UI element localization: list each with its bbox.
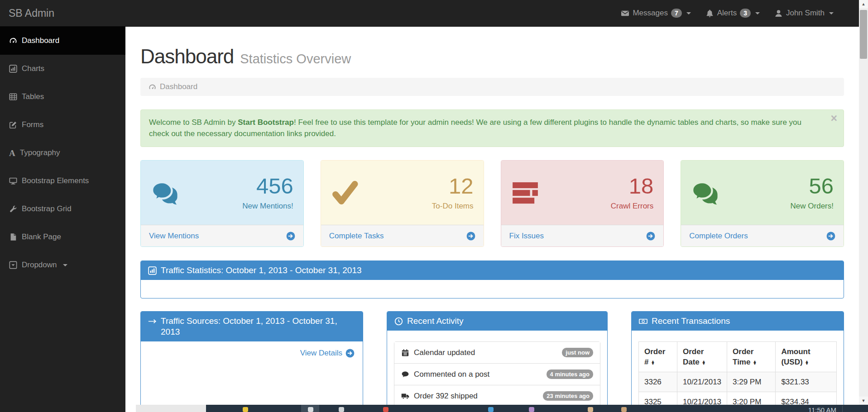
sidebar-item-dashboard[interactable]: Dashboard (0, 27, 125, 55)
sidebar-item-dropdown[interactable]: Dropdown (0, 251, 125, 279)
column-header-amount[interactable]: Amount (USD) (776, 342, 837, 372)
edit-icon (9, 121, 17, 129)
tachometer-icon (149, 83, 156, 91)
tasks-icon (511, 179, 539, 207)
sidebar-nav: Dashboard Charts Tables Forms A Typograp… (0, 27, 125, 412)
taskbar-icon[interactable] (339, 407, 344, 412)
cell-order-time: 3:20 PM (727, 392, 776, 405)
wrench-icon (9, 205, 17, 213)
sidebar-item-label: Dropdown (22, 260, 57, 270)
cell-order-number: 3325 (639, 392, 677, 405)
scrollbar-thumb[interactable] (860, 10, 867, 59)
alerts-dropdown[interactable]: Alerts 3 (698, 0, 767, 26)
taskbar-icon[interactable] (621, 407, 627, 412)
sidebar-item-label: Bootstrap Elements (22, 176, 89, 185)
activity-item[interactable]: Commented on a post 4 minutes ago (394, 363, 600, 385)
taskbar-window-button[interactable] (136, 405, 206, 412)
recent-transactions-header: Recent Transactions (632, 312, 844, 331)
activity-item[interactable]: Calendar updated just now (394, 342, 600, 363)
sort-icon (805, 360, 809, 365)
column-header-order-number[interactable]: Order # (639, 342, 677, 372)
cell-amount: $321.33 (776, 372, 837, 392)
user-icon (774, 9, 783, 18)
activity-text: Commented on a post (414, 370, 489, 379)
vertical-scrollbar[interactable]: ▲ ▼ (859, 0, 868, 405)
arrow-circle-right-icon (286, 232, 295, 241)
sort-icon (651, 360, 655, 365)
sidebar-item-forms[interactable]: Forms (0, 111, 125, 139)
view-mentions-link[interactable]: View Mentions (141, 225, 303, 246)
clock-icon (394, 317, 403, 326)
envelope-icon (621, 9, 629, 18)
close-icon[interactable]: × (830, 113, 837, 124)
caret-square-icon (9, 261, 17, 269)
bar-chart-icon (9, 65, 17, 73)
alerts-count-badge: 3 (740, 9, 751, 18)
sidebar-item-tables[interactable]: Tables (0, 83, 125, 111)
sidebar-item-blank-page[interactable]: Blank Page (0, 223, 125, 251)
tachometer-icon (9, 37, 17, 45)
table-icon (9, 93, 17, 101)
caret-down-icon (686, 12, 691, 14)
navbar-right: Messages 7 Alerts 3 John Smith (614, 0, 841, 26)
activity-list: Calendar updated just now Commented on a… (394, 341, 600, 405)
stat-figures: 56 New Orders! (791, 175, 834, 211)
stat-panel-heading: 456 New Mentions! (141, 161, 303, 225)
sidebar-item-label: Bootstrap Grid (22, 204, 72, 213)
recent-activity-header: Recent Activity (387, 312, 607, 331)
traffic-statistics-header: Traffic Statistics: October 1, 2013 - Oc… (141, 261, 844, 280)
complete-orders-link[interactable]: Complete Orders (681, 225, 844, 246)
taskbar-clock: 11:50 AM (808, 406, 836, 412)
sidebar-item-charts[interactable]: Charts (0, 55, 125, 83)
brand-link[interactable]: SB Admin (9, 0, 54, 26)
scroll-up-button[interactable]: ▲ (859, 0, 868, 8)
user-dropdown[interactable]: John Smith (767, 0, 841, 26)
comments-icon (151, 179, 179, 207)
breadcrumb-item: Dashboard (160, 82, 197, 91)
taskbar-icon[interactable] (588, 407, 593, 412)
sidebar-item-typography[interactable]: A Typography (0, 139, 125, 167)
caret-down-icon (755, 12, 760, 14)
taskbar-icon[interactable] (383, 407, 388, 412)
bottom-row: Traffic Sources: October 1, 2013 - Octob… (140, 311, 844, 405)
sidebar-item-bootstrap-grid[interactable]: Bootstrap Grid (0, 195, 125, 223)
stats-row: 456 New Mentions! View Mentions 12 To-Do… (140, 160, 844, 247)
stat-label: New Orders! (791, 202, 834, 211)
stat-panel-heading: 56 New Orders! (681, 161, 844, 225)
stat-figures: 456 New Mentions! (242, 175, 293, 211)
taskbar-icon[interactable] (308, 407, 313, 412)
sidebar-item-bootstrap-elements[interactable]: Bootstrap Elements (0, 167, 125, 195)
messages-count-badge: 7 (671, 9, 682, 18)
stat-figures: 18 Crawl Errors (611, 175, 653, 211)
caret-down-icon (829, 12, 834, 14)
arrow-circle-right-icon (646, 232, 655, 241)
activity-time-badge: 23 minutes ago (543, 391, 593, 401)
complete-tasks-link[interactable]: Complete Tasks (321, 225, 484, 246)
messages-dropdown[interactable]: Messages 7 (614, 0, 698, 26)
stat-value: 456 (242, 175, 293, 197)
bar-chart-icon (148, 266, 157, 275)
transactions-table: Order # Order Date Order Time Amount (US… (638, 341, 837, 405)
taskbar-icon[interactable] (243, 407, 248, 412)
desktop-icon (9, 177, 17, 185)
taskbar-separator (842, 406, 843, 412)
activity-item[interactable]: Order 392 shipped 23 minutes ago (394, 385, 600, 405)
taskbar-icon[interactable] (529, 407, 534, 412)
fix-issues-link[interactable]: Fix Issues (501, 225, 664, 246)
taskbar-icon[interactable] (488, 407, 494, 412)
traffic-sources-panel: Traffic Sources: October 1, 2013 - Octob… (140, 311, 363, 405)
stat-panel-errors: 18 Crawl Errors Fix Issues (501, 160, 664, 247)
view-details-link[interactable]: View Details (300, 349, 355, 358)
column-header-order-date[interactable]: Order Date (677, 342, 727, 372)
alert-bold-text: Start Bootstrap (238, 118, 294, 127)
recent-transactions-body: Order # Order Date Order Time Amount (US… (632, 331, 844, 405)
welcome-alert: Welcome to SB Admin by Start Bootstrap! … (140, 109, 844, 147)
stat-panel-heading: 18 Crawl Errors (501, 161, 664, 225)
scroll-down-button[interactable]: ▼ (859, 397, 868, 405)
sidebar-item-label: Dashboard (22, 36, 59, 45)
caret-down-icon (63, 264, 67, 266)
column-header-order-time[interactable]: Order Time (727, 342, 776, 372)
activity-time-badge: just now (562, 348, 593, 357)
sidebar-item-label: Forms (22, 120, 43, 129)
activity-time-badge: 4 minutes ago (547, 369, 593, 379)
